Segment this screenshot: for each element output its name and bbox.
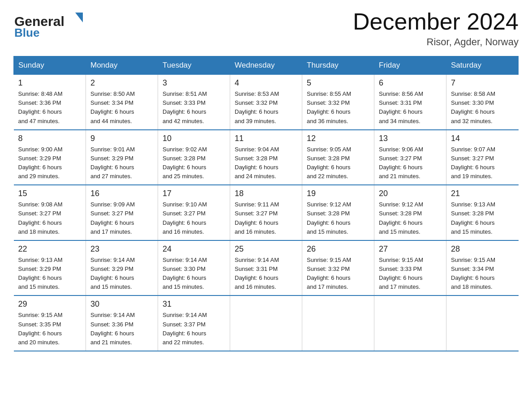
calendar-header-row: Sunday Monday Tuesday Wednesday Thursday…	[14, 56, 519, 75]
day-number: 2	[90, 78, 153, 88]
day-number: 4	[235, 78, 297, 88]
calendar-cell: 19 Sunrise: 9:12 AM Sunset: 3:28 PM Dayl…	[302, 185, 374, 240]
day-info: Sunrise: 8:56 AM Sunset: 3:31 PM Dayligh…	[379, 90, 442, 126]
calendar-cell: 31 Sunrise: 9:14 AM Sunset: 3:37 PM Dayl…	[158, 295, 230, 351]
day-info: Sunrise: 9:12 AM Sunset: 3:28 PM Dayligh…	[379, 200, 442, 236]
day-number: 22	[18, 244, 82, 254]
day-number: 3	[163, 78, 225, 88]
day-info: Sunrise: 9:15 AM Sunset: 3:32 PM Dayligh…	[307, 256, 369, 292]
col-thursday: Thursday	[302, 56, 374, 75]
col-saturday: Saturday	[446, 56, 519, 75]
day-info: Sunrise: 9:09 AM Sunset: 3:27 PM Dayligh…	[90, 200, 153, 236]
calendar-cell: 2 Sunrise: 8:50 AM Sunset: 3:34 PM Dayli…	[86, 75, 158, 130]
location: Risor, Agder, Norway	[353, 36, 519, 48]
calendar-cell	[302, 295, 374, 351]
day-number: 6	[379, 78, 442, 88]
calendar-cell: 4 Sunrise: 8:53 AM Sunset: 3:32 PM Dayli…	[230, 75, 302, 130]
calendar-cell: 14 Sunrise: 9:07 AM Sunset: 3:27 PM Dayl…	[446, 130, 519, 185]
col-friday: Friday	[374, 56, 446, 75]
calendar-cell: 15 Sunrise: 9:08 AM Sunset: 3:27 PM Dayl…	[14, 185, 86, 240]
calendar-cell: 3 Sunrise: 8:51 AM Sunset: 3:33 PM Dayli…	[158, 75, 230, 130]
day-number: 27	[379, 244, 442, 254]
day-info: Sunrise: 9:14 AM Sunset: 3:31 PM Dayligh…	[235, 256, 297, 292]
calendar-cell: 6 Sunrise: 8:56 AM Sunset: 3:31 PM Dayli…	[374, 75, 446, 130]
calendar-cell: 26 Sunrise: 9:15 AM Sunset: 3:32 PM Dayl…	[302, 240, 374, 296]
day-info: Sunrise: 8:58 AM Sunset: 3:30 PM Dayligh…	[451, 90, 514, 126]
day-info: Sunrise: 9:08 AM Sunset: 3:27 PM Dayligh…	[18, 200, 82, 236]
day-number: 21	[451, 189, 514, 198]
calendar-table: Sunday Monday Tuesday Wednesday Thursday…	[13, 56, 519, 351]
day-number: 29	[18, 300, 82, 309]
calendar-cell: 13 Sunrise: 9:06 AM Sunset: 3:27 PM Dayl…	[374, 130, 446, 185]
calendar-cell: 29 Sunrise: 9:15 AM Sunset: 3:35 PM Dayl…	[14, 295, 86, 351]
day-number: 19	[307, 189, 369, 198]
day-number: 10	[163, 134, 225, 143]
day-number: 8	[18, 134, 82, 143]
day-number: 18	[235, 189, 297, 198]
calendar-cell: 25 Sunrise: 9:14 AM Sunset: 3:31 PM Dayl…	[230, 240, 302, 296]
calendar-week-1: 1 Sunrise: 8:48 AM Sunset: 3:36 PM Dayli…	[14, 75, 519, 130]
day-number: 30	[90, 300, 153, 309]
calendar-cell: 10 Sunrise: 9:02 AM Sunset: 3:28 PM Dayl…	[158, 130, 230, 185]
svg-marker-1	[75, 13, 83, 22]
col-wednesday: Wednesday	[230, 56, 302, 75]
day-number: 25	[235, 244, 297, 254]
calendar-week-3: 15 Sunrise: 9:08 AM Sunset: 3:27 PM Dayl…	[14, 185, 519, 240]
day-info: Sunrise: 9:06 AM Sunset: 3:27 PM Dayligh…	[379, 145, 442, 181]
calendar-cell: 1 Sunrise: 8:48 AM Sunset: 3:36 PM Dayli…	[14, 75, 86, 130]
day-info: Sunrise: 9:15 AM Sunset: 3:34 PM Dayligh…	[451, 256, 514, 292]
day-number: 16	[90, 189, 153, 198]
calendar-cell: 30 Sunrise: 9:14 AM Sunset: 3:36 PM Dayl…	[86, 295, 158, 351]
day-info: Sunrise: 9:14 AM Sunset: 3:36 PM Dayligh…	[90, 311, 153, 347]
calendar-cell: 11 Sunrise: 9:04 AM Sunset: 3:28 PM Dayl…	[230, 130, 302, 185]
month-title: December 2024	[353, 9, 519, 34]
calendar-cell	[374, 295, 446, 351]
day-number: 23	[90, 244, 153, 254]
calendar-week-5: 29 Sunrise: 9:15 AM Sunset: 3:35 PM Dayl…	[14, 295, 519, 351]
day-number: 9	[90, 134, 153, 143]
day-number: 24	[163, 244, 225, 254]
col-sunday: Sunday	[14, 56, 86, 75]
day-info: Sunrise: 8:53 AM Sunset: 3:32 PM Dayligh…	[235, 90, 297, 126]
calendar-cell: 23 Sunrise: 9:14 AM Sunset: 3:29 PM Dayl…	[86, 240, 158, 296]
day-number: 5	[307, 78, 369, 88]
calendar-cell	[446, 295, 519, 351]
calendar-cell: 27 Sunrise: 9:15 AM Sunset: 3:33 PM Dayl…	[374, 240, 446, 296]
day-number: 26	[307, 244, 369, 254]
day-number: 7	[451, 78, 514, 88]
day-info: Sunrise: 9:14 AM Sunset: 3:29 PM Dayligh…	[90, 256, 153, 292]
day-info: Sunrise: 9:14 AM Sunset: 3:37 PM Dayligh…	[163, 311, 225, 347]
calendar-cell: 9 Sunrise: 9:01 AM Sunset: 3:29 PM Dayli…	[86, 130, 158, 185]
day-info: Sunrise: 8:48 AM Sunset: 3:36 PM Dayligh…	[18, 90, 82, 126]
day-number: 13	[379, 134, 442, 143]
calendar-cell: 17 Sunrise: 9:10 AM Sunset: 3:27 PM Dayl…	[158, 185, 230, 240]
day-number: 11	[235, 134, 297, 143]
day-info: Sunrise: 9:12 AM Sunset: 3:28 PM Dayligh…	[307, 200, 369, 236]
calendar-cell: 24 Sunrise: 9:14 AM Sunset: 3:30 PM Dayl…	[158, 240, 230, 296]
calendar-cell: 16 Sunrise: 9:09 AM Sunset: 3:27 PM Dayl…	[86, 185, 158, 240]
day-info: Sunrise: 8:55 AM Sunset: 3:32 PM Dayligh…	[307, 90, 369, 126]
day-info: Sunrise: 9:13 AM Sunset: 3:29 PM Dayligh…	[18, 256, 82, 292]
calendar-cell: 21 Sunrise: 9:13 AM Sunset: 3:28 PM Dayl…	[446, 185, 519, 240]
calendar-week-4: 22 Sunrise: 9:13 AM Sunset: 3:29 PM Dayl…	[14, 240, 519, 296]
col-monday: Monday	[86, 56, 158, 75]
day-number: 1	[18, 78, 82, 88]
day-info: Sunrise: 9:11 AM Sunset: 3:27 PM Dayligh…	[235, 200, 297, 236]
logo: General Blue	[13, 9, 90, 40]
day-number: 15	[18, 189, 82, 198]
calendar-cell: 20 Sunrise: 9:12 AM Sunset: 3:28 PM Dayl…	[374, 185, 446, 240]
day-info: Sunrise: 9:00 AM Sunset: 3:29 PM Dayligh…	[18, 145, 82, 181]
calendar-cell: 28 Sunrise: 9:15 AM Sunset: 3:34 PM Dayl…	[446, 240, 519, 296]
day-number: 12	[307, 134, 369, 143]
calendar-cell: 8 Sunrise: 9:00 AM Sunset: 3:29 PM Dayli…	[14, 130, 86, 185]
day-info: Sunrise: 9:01 AM Sunset: 3:29 PM Dayligh…	[90, 145, 153, 181]
day-number: 17	[163, 189, 225, 198]
day-info: Sunrise: 9:05 AM Sunset: 3:28 PM Dayligh…	[307, 145, 369, 181]
day-number: 14	[451, 134, 514, 143]
calendar-cell: 22 Sunrise: 9:13 AM Sunset: 3:29 PM Dayl…	[14, 240, 86, 296]
day-info: Sunrise: 9:07 AM Sunset: 3:27 PM Dayligh…	[451, 145, 514, 181]
day-info: Sunrise: 9:04 AM Sunset: 3:28 PM Dayligh…	[235, 145, 297, 181]
day-info: Sunrise: 9:02 AM Sunset: 3:28 PM Dayligh…	[163, 145, 225, 181]
day-number: 31	[163, 300, 225, 309]
day-info: Sunrise: 9:13 AM Sunset: 3:28 PM Dayligh…	[451, 200, 514, 236]
